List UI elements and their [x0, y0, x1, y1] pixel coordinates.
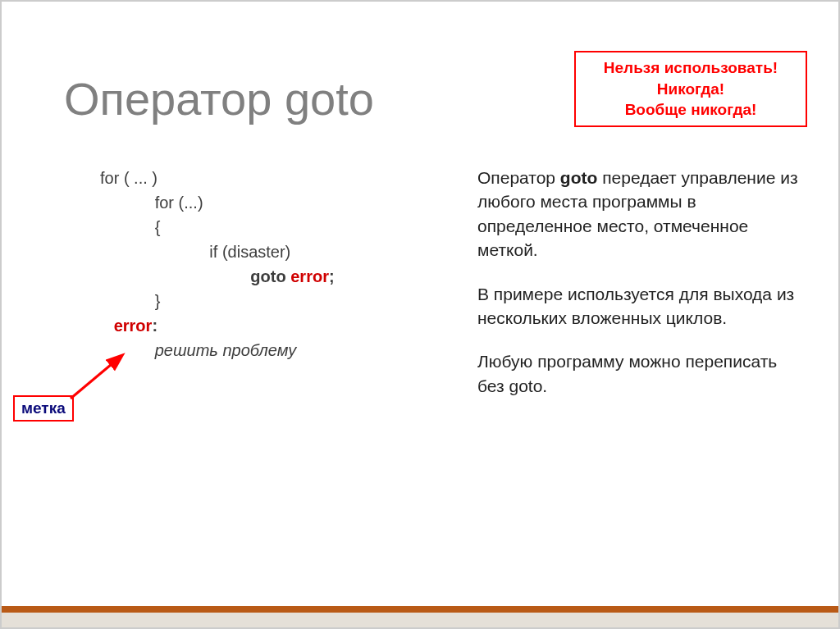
code-line: { [100, 215, 445, 239]
warning-line-2: Никогда! [576, 79, 806, 100]
goto-keyword: goto [560, 168, 597, 187]
footer-base-bar [2, 613, 838, 627]
code-line: } [100, 289, 445, 313]
desc-paragraph-2: В примере используется для выхода из нес… [477, 282, 806, 330]
footer-accent-bar [2, 606, 838, 613]
desc-paragraph-3: Любую программу можно переписать без got… [477, 349, 806, 398]
goto-label-ref: error [290, 267, 329, 285]
warning-line-3: Вообще никогда! [576, 99, 806, 121]
slide: Оператор goto Нельзя использовать! Никог… [0, 0, 840, 629]
description: Оператор goto передает управление из люб… [477, 166, 806, 417]
slide-title: Оператор goto [64, 72, 374, 125]
label-callout: метка [13, 395, 74, 422]
code-line: if (disaster) [100, 239, 445, 264]
warning-line-1: Нельзя использовать! [576, 57, 806, 79]
slide-footer [2, 606, 838, 627]
code-line: for (...) [100, 190, 445, 215]
label-definition: error [114, 317, 153, 335]
warning-callout: Нельзя использовать! Никогда! Вообще ник… [574, 51, 807, 127]
code-line-goto: goto error; [100, 264, 445, 289]
code-example: for ( ... ) for (...) { if (disaster) go… [100, 166, 445, 362]
code-line: for ( ... ) [100, 166, 445, 190]
code-line-label: error: [100, 313, 445, 338]
code-line-comment: решить проблему [100, 338, 445, 362]
desc-paragraph-1: Оператор goto передает управление из люб… [477, 166, 806, 262]
